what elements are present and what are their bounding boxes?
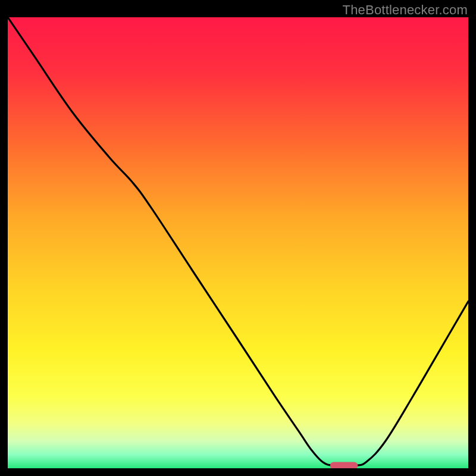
chart-frame (8, 17, 468, 468)
watermark-text: TheBottlenecker.com (343, 2, 468, 18)
gradient-background (8, 17, 468, 468)
optimal-marker (330, 462, 358, 469)
bottleneck-chart (8, 17, 468, 468)
